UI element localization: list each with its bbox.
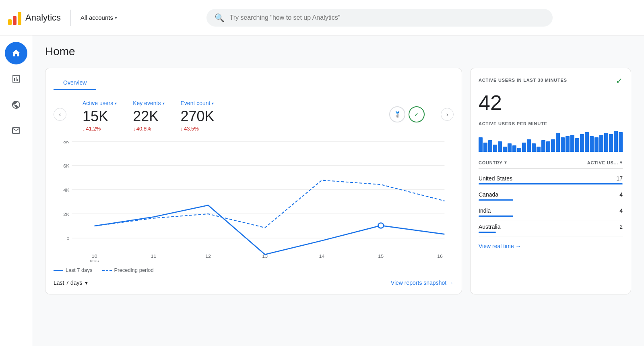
legend-dashed: Preceding period — [102, 267, 154, 273]
advertising-icon — [11, 126, 21, 135]
view-realtime-link[interactable]: View real time → — [479, 243, 623, 249]
search-input[interactable] — [229, 14, 545, 21]
realtime-check-icon: ✓ — [616, 76, 623, 86]
mini-bar — [512, 145, 516, 152]
country-bar — [479, 215, 513, 217]
mini-bar — [619, 132, 623, 152]
sidebar-item-home[interactable] — [5, 42, 27, 64]
country-row: India 4 — [479, 204, 623, 220]
page-title: Home — [45, 45, 631, 58]
metric-event-count[interactable]: Event count ▾ 270K ↓ 43.5% — [181, 100, 215, 132]
app-title: Analytics — [25, 12, 61, 23]
country-count: 2 — [619, 224, 623, 230]
all-accounts-label: All accounts — [80, 14, 113, 21]
mini-bar — [498, 141, 502, 152]
country-table-header: COUNTRY ▾ ACTIVE US... ▾ — [479, 160, 623, 169]
mini-bar — [551, 139, 555, 152]
sidebar-item-advertising[interactable] — [5, 119, 27, 142]
metric-dropdown-arrow: ▾ — [115, 101, 117, 106]
mini-bar — [585, 132, 589, 152]
metric-change-event-count: ↓ 43.5% — [181, 126, 215, 132]
mini-bar — [546, 141, 550, 152]
check-circle-icon: ✓ — [414, 111, 419, 118]
svg-text:15: 15 — [378, 254, 384, 259]
country-bar — [479, 232, 496, 233]
tab-overview[interactable]: Overview — [54, 76, 96, 90]
svg-text:4K: 4K — [63, 188, 69, 193]
active-users-col-header[interactable]: ACTIVE US... ▾ — [587, 160, 623, 165]
svg-text:Nov: Nov — [90, 259, 99, 262]
realtime-count: 42 — [479, 91, 623, 115]
metric-label-active-users: Active users — [83, 100, 113, 106]
legend-solid: Last 7 days — [54, 267, 93, 273]
mini-bar — [614, 131, 618, 152]
metric-label-key-events: Key events — [133, 100, 161, 106]
country-name: Australia — [479, 224, 500, 230]
prev-arrow[interactable]: ‹ — [54, 108, 66, 121]
metric-value-key-events: 22K — [133, 108, 164, 125]
mini-bar — [537, 147, 541, 152]
svg-text:0: 0 — [67, 236, 70, 242]
per-minute-title: ACTIVE USERS PER MINUTE — [479, 121, 623, 126]
mini-bar — [590, 136, 594, 152]
realtime-header: ACTIVE USERS IN LAST 30 MINUTES ✓ — [479, 76, 623, 86]
mini-bar — [517, 148, 521, 152]
sidebar-item-explore[interactable] — [5, 93, 27, 116]
sidebar-item-reports[interactable] — [5, 68, 27, 90]
metric-label-event-count: Event count — [181, 100, 211, 106]
svg-text:16: 16 — [437, 254, 443, 259]
search-icon: 🔍 — [215, 13, 225, 23]
svg-point-11 — [378, 223, 384, 228]
logo-bar-1 — [8, 19, 12, 25]
mini-bar — [599, 135, 603, 152]
metric-value-event-count: 270K — [181, 108, 215, 125]
sidebar — [0, 35, 32, 346]
content-grid: Overview ‹ Active users ▾ 15K ↓ 41.2% — [45, 68, 631, 294]
country-name: India — [479, 207, 491, 214]
metric-key-events[interactable]: Key events ▾ 22K ↓ 40.8% — [133, 100, 164, 132]
tabs-row: Overview — [54, 76, 454, 90]
country-col-header[interactable]: COUNTRY ▾ — [479, 160, 507, 165]
all-accounts-dropdown[interactable]: All accounts ▾ — [80, 14, 117, 21]
country-bar — [479, 199, 513, 201]
check-circle-icon-btn[interactable]: ✓ — [409, 106, 425, 122]
svg-text:14: 14 — [319, 254, 325, 259]
country-name: Canada — [479, 191, 498, 198]
chart-container: 8K 4K 2K 0 6K 10 Nov 11 12 13 — [54, 141, 454, 262]
svg-text:10: 10 — [92, 254, 97, 259]
realtime-title: ACTIVE USERS IN LAST 30 MINUTES — [479, 78, 567, 83]
metric-active-users[interactable]: Active users ▾ 15K ↓ 41.2% — [83, 100, 117, 132]
country-row: Australia 2 — [479, 220, 623, 236]
analytics-logo — [8, 10, 21, 25]
metric-change-pct-event-count: 43.5% — [184, 126, 199, 132]
medal-icon: 🥈 — [394, 111, 401, 118]
logo-bar-3 — [18, 12, 21, 25]
search-bar[interactable]: 🔍 — [206, 9, 553, 27]
mini-bar — [488, 140, 492, 152]
mini-bar — [609, 134, 613, 152]
mini-bar — [570, 135, 574, 152]
chart-legend: Last 7 days Preceding period — [54, 267, 454, 273]
mini-bar — [566, 136, 570, 152]
view-reports-link[interactable]: View reports snapshot → — [391, 280, 454, 286]
date-range-selector[interactable]: Last 7 days ▾ — [54, 280, 88, 286]
reports-icon — [11, 74, 21, 84]
metric-change-pct-active-users: 41.2% — [86, 126, 101, 132]
mini-bar — [508, 143, 512, 152]
logo-area: Analytics — [8, 10, 61, 25]
side-footer: View real time → — [479, 243, 623, 249]
medal-icon-btn[interactable]: 🥈 — [389, 106, 405, 122]
next-arrow[interactable]: › — [441, 108, 454, 121]
header-divider — [70, 10, 71, 26]
home-icon — [11, 48, 21, 58]
mini-bar — [594, 137, 599, 152]
country-name: United States — [479, 175, 512, 182]
country-count: 4 — [619, 191, 623, 198]
svg-text:8K: 8K — [63, 141, 69, 145]
mini-bar — [575, 138, 579, 152]
mini-bar — [483, 143, 487, 152]
main-content: Home Overview ‹ Active users ▾ 15K ↓ 41.… — [32, 35, 644, 346]
svg-text:6K: 6K — [63, 164, 69, 169]
mini-bar — [556, 133, 560, 152]
svg-text:11: 11 — [151, 254, 157, 259]
